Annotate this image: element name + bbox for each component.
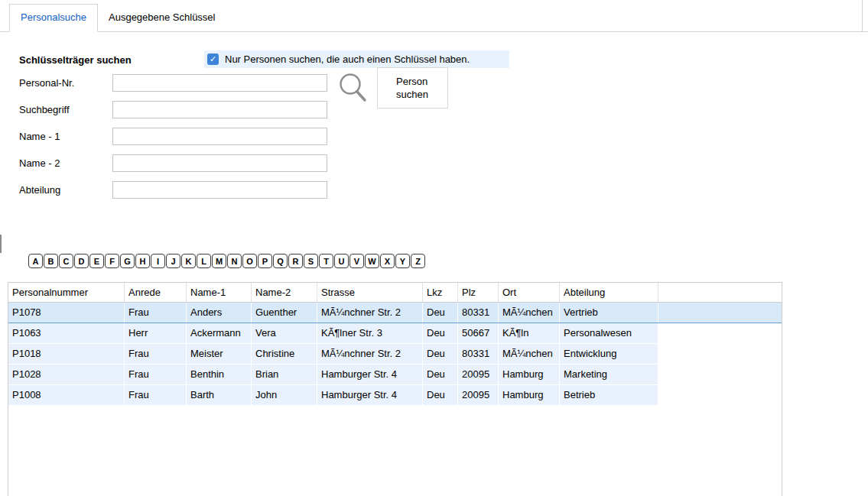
filter-checkbox-strip: ✓ Nur Personen suchen, die auch einen Sc…	[204, 50, 509, 68]
tab-strip: Personalsuche Ausgegebene Schlüssel	[0, 0, 868, 32]
name-2-input[interactable]	[112, 154, 327, 172]
table-cell: P1008	[8, 385, 125, 406]
table-cell: 50667	[458, 323, 499, 344]
table-row[interactable]: P1078FrauAndersGuentherMÃ¼nchner Str. 2D…	[8, 303, 782, 323]
table-cell: MÃ¼nchner Str. 2	[317, 303, 423, 323]
column-header-personalnummer[interactable]: Personalnummer	[8, 283, 125, 302]
table-cell: 20095	[458, 365, 499, 385]
alphabet-button-p[interactable]: P	[258, 254, 272, 268]
table-cell: Frau	[125, 365, 187, 385]
alphabet-button-k[interactable]: K	[181, 254, 196, 268]
alphabet-button-t[interactable]: T	[319, 254, 333, 268]
alphabet-button-d[interactable]: D	[74, 254, 89, 268]
table-cell-filler	[658, 303, 782, 323]
column-header-filler	[658, 283, 782, 302]
table-cell: Vertrieb	[560, 303, 658, 323]
person-suchen-button[interactable]: Person suchen	[337, 67, 448, 109]
alphabet-button-g[interactable]: G	[120, 254, 135, 268]
table-row[interactable]: P1028FrauBenthinBrianHamburger Str. 4Deu…	[8, 365, 782, 385]
alphabet-button-e[interactable]: E	[89, 254, 104, 268]
table-cell: Deu	[423, 344, 458, 365]
name-2-label: Name - 2	[19, 157, 112, 169]
alphabet-button-r[interactable]: R	[288, 254, 303, 268]
table-cell: MÃ¼nchen	[499, 344, 560, 365]
suchbegriff-input[interactable]	[112, 101, 327, 118]
alphabet-button-c[interactable]: C	[59, 254, 73, 268]
table-cell: Barth	[187, 385, 252, 406]
alphabet-button-o[interactable]: O	[242, 254, 257, 268]
alphabet-button-n[interactable]: N	[227, 254, 242, 268]
personal-nr-input[interactable]	[112, 74, 327, 92]
alphabet-button-s[interactable]: S	[304, 254, 318, 268]
window-edge-divider	[862, 0, 863, 32]
table-cell: Hamburg	[499, 385, 560, 406]
table-cell: Christine	[252, 344, 317, 365]
table-cell: Anders	[187, 303, 252, 323]
table-cell: Ackermann	[187, 323, 252, 344]
column-header-lkz[interactable]: Lkz	[423, 283, 458, 302]
alphabet-button-j[interactable]: J	[166, 254, 180, 268]
table-cell: Deu	[423, 385, 458, 406]
table-row[interactable]: P1063HerrAckermannVeraKÃ¶lner Str. 3Deu5…	[8, 323, 782, 344]
name-1-input[interactable]	[112, 128, 327, 145]
abteilung-input[interactable]	[112, 181, 327, 199]
field-row-name-1: Name - 1	[19, 127, 327, 145]
column-header-anrede[interactable]: Anrede	[125, 283, 187, 302]
column-header-ort[interactable]: Ort	[499, 283, 560, 302]
field-row-suchbegriff: Suchbegriff	[19, 100, 327, 118]
table-cell: John	[252, 385, 317, 406]
tab-ausgegebene-schluessel[interactable]: Ausgegebene Schlüssel	[98, 5, 226, 31]
column-header-name-1[interactable]: Name-1	[187, 283, 252, 302]
alphabet-button-a[interactable]: A	[28, 254, 43, 268]
field-row-abteilung: Abteilung	[19, 180, 327, 199]
table-cell: Herr	[125, 323, 187, 344]
table-header: PersonalnummerAnredeName-1Name-2StrasseL…	[8, 283, 782, 303]
table-cell-filler	[658, 385, 782, 406]
table-cell: Frau	[125, 385, 187, 406]
table-cell: 20095	[458, 385, 499, 406]
alphabet-button-y[interactable]: Y	[395, 254, 410, 268]
field-row-name-2: Name - 2	[19, 154, 327, 172]
table-cell: P1078	[8, 303, 125, 323]
column-header-strasse[interactable]: Strasse	[317, 283, 423, 302]
table-cell-filler	[658, 323, 782, 344]
table-cell: Frau	[125, 344, 187, 365]
table-cell: MÃ¼nchner Str. 2	[317, 344, 423, 365]
nur-personen-checkbox[interactable]: ✓	[207, 53, 219, 65]
alphabet-button-b[interactable]: B	[44, 254, 58, 268]
table-row[interactable]: P1018FrauMeisterChristineMÃ¼nchner Str. …	[8, 344, 782, 365]
table-cell: 80331	[458, 344, 499, 365]
alphabet-button-u[interactable]: U	[334, 254, 349, 268]
column-header-name-2[interactable]: Name-2	[252, 283, 317, 302]
table-cell: Guenther	[252, 303, 317, 323]
alphabet-button-x[interactable]: X	[380, 254, 395, 268]
table-body: P1078FrauAndersGuentherMÃ¼nchner Str. 2D…	[8, 303, 782, 406]
alphabet-button-h[interactable]: H	[135, 254, 150, 268]
nur-personen-checkbox-label: Nur Personen suchen, die auch einen Schl…	[225, 53, 470, 65]
table-cell: Entwicklung	[560, 344, 658, 365]
tab-personalsuche[interactable]: Personalsuche	[9, 4, 98, 32]
magnifier-icon	[337, 70, 369, 105]
alphabet-button-z[interactable]: Z	[411, 254, 425, 268]
table-cell: P1063	[8, 323, 125, 344]
table-cell: Hamburger Str. 4	[317, 385, 423, 406]
splitter-grip[interactable]	[0, 235, 2, 253]
table-cell: Brian	[252, 365, 317, 385]
table-row[interactable]: P1008FrauBarthJohnHamburger Str. 4Deu200…	[8, 385, 782, 406]
table-cell: KÃ¶lner Str. 3	[317, 323, 423, 344]
person-suchen-button-label: Person suchen	[377, 67, 448, 109]
alphabet-button-q[interactable]: Q	[273, 254, 288, 268]
alphabet-button-l[interactable]: L	[197, 254, 211, 268]
table-cell: Benthin	[187, 365, 252, 385]
search-fields: Personal-Nr. Suchbegriff Name - 1 Name -…	[19, 73, 327, 207]
alphabet-button-v[interactable]: V	[349, 254, 364, 268]
alphabet-button-f[interactable]: F	[105, 254, 119, 268]
alphabet-button-i[interactable]: I	[151, 254, 165, 268]
column-header-plz[interactable]: Plz	[458, 283, 499, 302]
alphabet-button-m[interactable]: M	[212, 254, 226, 268]
column-header-abteilung[interactable]: Abteilung	[560, 283, 658, 302]
alphabet-button-w[interactable]: W	[365, 254, 379, 268]
table-cell: Betrieb	[560, 385, 658, 406]
table-cell: P1018	[8, 344, 125, 365]
personal-nr-label: Personal-Nr.	[19, 77, 112, 89]
